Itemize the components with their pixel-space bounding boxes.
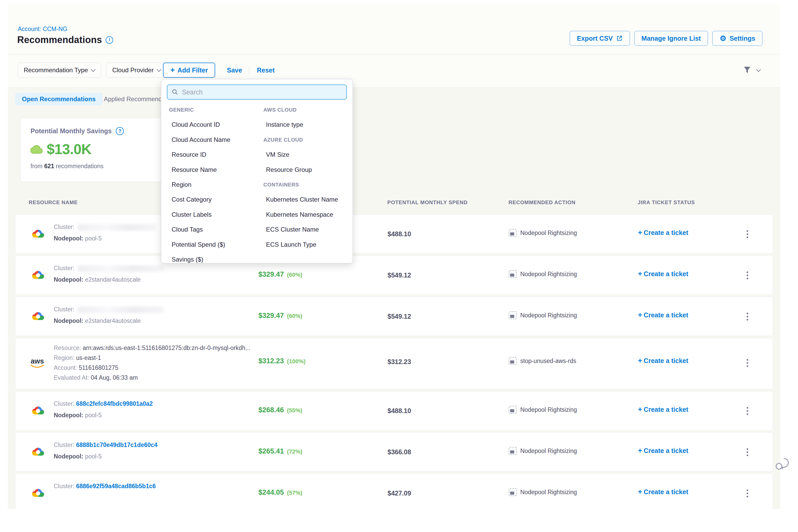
- savings-amount: $265.41: [259, 447, 284, 455]
- filter-option[interactable]: Cluster Labels: [169, 210, 211, 219]
- save-filter-button[interactable]: Save: [227, 62, 242, 78]
- savings-card-title: Potential Monthly Savings: [31, 127, 112, 135]
- field-label: Cluster:: [54, 265, 76, 271]
- create-ticket-button[interactable]: +Create a ticket: [638, 228, 688, 237]
- create-ticket-button[interactable]: +Create a ticket: [638, 357, 688, 365]
- filter-option[interactable]: Instance type: [263, 120, 303, 129]
- account-breadcrumb[interactable]: Account: CCM-NG: [18, 25, 67, 33]
- table-row[interactable]: Cluster: Nodepool: e2standar4autoscale$3…: [15, 297, 773, 336]
- spend-value: $488.10: [387, 407, 411, 415]
- create-ticket-label: Create a ticket: [644, 447, 688, 454]
- cluster-link[interactable]: 6886e92f59a48cad86b5b1c6: [76, 483, 156, 490]
- spend-value: $488.10: [387, 230, 411, 238]
- action-label: Nodepool Rightsizing: [520, 489, 577, 496]
- recommendation-type-dropdown[interactable]: Recommendation Type: [18, 62, 101, 78]
- field-label: Cluster:: [54, 224, 76, 230]
- info-icon[interactable]: i: [106, 36, 113, 44]
- create-ticket-button[interactable]: +Create a ticket: [638, 446, 688, 455]
- export-csv-button[interactable]: Export CSV: [570, 31, 630, 46]
- filter-option[interactable]: Resource Group: [263, 165, 312, 174]
- create-ticket-button[interactable]: +Create a ticket: [638, 270, 688, 278]
- filter-option[interactable]: VM Size: [263, 150, 289, 159]
- action-label: stop-unused-aws-rds: [520, 358, 576, 365]
- plus-icon: +: [638, 357, 642, 365]
- filter-section-heading: AZURE CLOUD: [263, 135, 303, 144]
- plus-icon: +: [638, 488, 642, 496]
- cloud-provider-label: Cloud Provider: [112, 66, 154, 74]
- reset-filter-button[interactable]: Reset: [257, 62, 274, 78]
- filter-option[interactable]: Cloud Account ID: [169, 120, 220, 129]
- savings-percent: (60%): [287, 271, 303, 278]
- chevron-down-icon: [156, 67, 161, 72]
- filter-option[interactable]: Potential Spend ($): [169, 240, 225, 249]
- manage-ignore-list-label: Manage Ignore List: [642, 35, 701, 42]
- savings-cell: $329.47(60%): [259, 312, 302, 320]
- filter-option[interactable]: Resource Name: [169, 165, 217, 174]
- filter-options-column-generic: GENERICCloud Account IDCloud Account Nam…: [169, 79, 260, 263]
- tab-open-recommendations[interactable]: Open Recommendations: [15, 93, 102, 106]
- settings-button[interactable]: ⚙ Settings: [712, 31, 762, 46]
- help-icon[interactable]: ?: [116, 127, 124, 135]
- filter-option[interactable]: Region: [169, 180, 191, 189]
- filter-option[interactable]: Kubernetes Cluster Name: [263, 195, 338, 204]
- cluster-link[interactable]: 6888b1c70e49db17c1de60c4: [76, 441, 157, 448]
- filter-option[interactable]: ECS Launch Type: [263, 240, 316, 249]
- table-row[interactable]: Cluster: 6888b1c70e49db17c1de60c4Nodepoo…: [15, 432, 773, 472]
- spend-value: $549.12: [387, 313, 411, 320]
- create-ticket-button[interactable]: +Create a ticket: [638, 311, 688, 319]
- field-label: Region:: [54, 355, 76, 361]
- cluster-link[interactable]: 688c2fefc84fbdc99801a0a2: [76, 400, 153, 407]
- row-menu-kebab[interactable]: [743, 230, 751, 238]
- row-menu-kebab[interactable]: [743, 313, 751, 321]
- create-ticket-label: Create a ticket: [644, 311, 688, 319]
- chat-widget-button[interactable]: [774, 455, 790, 473]
- field-label: Nodepool:: [54, 317, 85, 324]
- filter-option[interactable]: Cloud Account Name: [169, 135, 230, 144]
- create-ticket-button[interactable]: +Create a ticket: [638, 488, 688, 496]
- rightsizing-icon: [509, 447, 517, 455]
- funnel-icon: [743, 66, 752, 75]
- filter-panel-toggle[interactable]: [743, 66, 760, 75]
- resource-line: Cluster: 6886e92f59a48cad86b5b1c6: [54, 483, 156, 490]
- table-row[interactable]: Cluster: Nodepool: pool-5$488.10Nodepool…: [15, 214, 773, 253]
- field-value: e2standar4autoscale: [85, 276, 141, 283]
- filter-option[interactable]: Cost Category: [169, 195, 211, 204]
- field-value: pool-5: [85, 412, 102, 419]
- field-value: pool-5: [85, 235, 102, 242]
- resource-line: Cluster: 688c2fefc84fbdc99801a0a2: [54, 400, 153, 407]
- manage-ignore-list-button[interactable]: Manage Ignore List: [634, 31, 708, 46]
- field-value: 04 Aug, 06:33 am: [91, 374, 138, 381]
- resource-line: Cluster: 6888b1c70e49db17c1de60c4: [54, 441, 157, 449]
- table-row[interactable]: Cluster: Nodepool: e2standar4autoscale$3…: [15, 255, 773, 295]
- action-label: Nodepool Rightsizing: [520, 312, 577, 319]
- table-row[interactable]: Cluster: 6886e92f59a48cad86b5b1c6$244.05…: [15, 474, 773, 509]
- table-row[interactable]: awsResource: arn:aws:rds:us-east-1:51161…: [15, 338, 773, 389]
- add-filter-button[interactable]: + Add Filter: [163, 62, 215, 78]
- row-menu-kebab[interactable]: [743, 271, 751, 279]
- recommendation-type-label: Recommendation Type: [24, 66, 88, 74]
- row-menu-kebab[interactable]: [743, 359, 751, 367]
- field-label: Nodepool:: [54, 412, 85, 419]
- external-link-icon: [616, 35, 623, 42]
- filter-option[interactable]: ECS Cluster Name: [263, 225, 319, 234]
- filter-option[interactable]: Cloud Tags: [169, 225, 203, 234]
- filter-option[interactable]: Kubernetes Namespace: [263, 210, 333, 219]
- savings-percent: (57%): [287, 490, 303, 496]
- table-row[interactable]: Cluster: 688c2fefc84fbdc99801a0a2Nodepoo…: [15, 391, 773, 430]
- row-menu-kebab[interactable]: [743, 490, 751, 497]
- cloud-provider-dropdown[interactable]: Cloud Provider: [106, 62, 167, 78]
- rightsizing-icon: [509, 229, 517, 237]
- filter-option[interactable]: Resource ID: [169, 150, 206, 159]
- plus-icon: +: [638, 446, 642, 455]
- filter-option[interactable]: Savings ($): [169, 255, 203, 264]
- row-menu-kebab[interactable]: [743, 407, 751, 415]
- plus-icon: +: [638, 311, 642, 319]
- resource-line: Nodepool: pool-5: [54, 453, 102, 460]
- filter-section-heading: GENERIC: [169, 106, 194, 114]
- rightsizing-icon: [509, 311, 517, 319]
- create-ticket-label: Create a ticket: [644, 270, 688, 278]
- create-ticket-button[interactable]: +Create a ticket: [638, 405, 688, 414]
- row-menu-kebab[interactable]: [743, 448, 751, 456]
- recommended-action-cell: Nodepool Rightsizing: [509, 447, 577, 455]
- plus-icon: +: [638, 405, 642, 413]
